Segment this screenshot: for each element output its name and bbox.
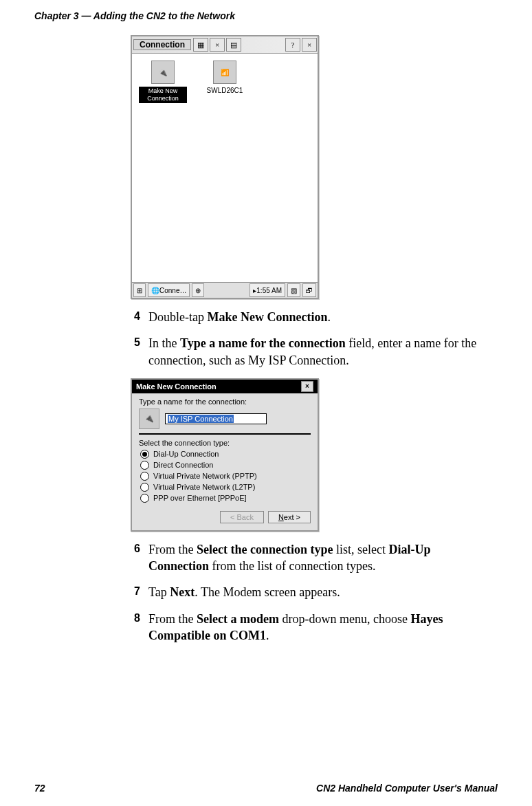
icon-label: Make New Connection (139, 87, 187, 103)
taskbar-clock[interactable]: ▸ 1:55 AM (250, 283, 285, 297)
taskbar: ⊞ 🌐 Conne… ⊕ ▸ 1:55 AM ▧ 🗗 (132, 282, 318, 298)
tray-icon[interactable]: ▧ (287, 283, 300, 297)
swld-connection-icon[interactable]: 📶 SWLD26C1 (201, 61, 249, 94)
icon-label: SWLD26C1 (201, 87, 249, 94)
radio-label: Direct Connection (153, 461, 213, 469)
radio-direct[interactable]: Direct Connection (140, 461, 311, 470)
toolbar-icon[interactable]: ▤ (226, 38, 241, 52)
step-text: Double-tap Make New Connection. (148, 309, 484, 325)
screenshot-make-new-connection: Make New Connection × Type a name for th… (131, 378, 319, 532)
step-text: From the Select a modem drop-down menu, … (148, 611, 484, 644)
connection-name-input[interactable]: My ISP Connection (165, 413, 267, 424)
dialog-body: Type a name for the connection: 🔌 My ISP… (132, 393, 318, 530)
modem-icon: 📶 (213, 61, 236, 84)
manual-title: CN2 Handheld Computer User's Manual (316, 783, 498, 794)
step-text: In the Type a name for the connection fi… (148, 335, 484, 369)
step-5: 5 In the Type a name for the connection … (131, 335, 484, 369)
step-number: 8 (131, 611, 140, 644)
window-titlebar: Connection ▦ × ▤ ? × (132, 36, 318, 54)
radio-label: Virtual Private Network (PPTP) (153, 472, 257, 480)
step-7: 7 Tap Next. The Modem screen appears. (131, 584, 484, 600)
radio-label: Dial-Up Connection (153, 450, 219, 458)
back-button: < Back (220, 511, 264, 523)
radio-icon (140, 461, 149, 470)
tray-icon[interactable]: 🗗 (302, 283, 316, 297)
name-prompt: Type a name for the connection: (139, 397, 311, 406)
step-4: 4 Double-tap Make New Connection. (131, 309, 484, 325)
page-footer: 72 CN2 Handheld Computer User's Manual (34, 783, 498, 794)
screenshot-connections: Connection ▦ × ▤ ? × 🔌 Make New Connecti… (131, 35, 319, 299)
step-6: 6 From the Select the connection type li… (131, 541, 484, 575)
connection-icon: 🔌 (139, 409, 159, 429)
close-icon[interactable]: × (301, 381, 313, 392)
radio-label: Virtual Private Network (L2TP) (153, 483, 255, 491)
step-text: Tap Next. The Modem screen appears. (148, 584, 484, 600)
step-number: 5 (131, 335, 140, 369)
make-new-connection-icon[interactable]: 🔌 Make New Connection (139, 61, 187, 103)
icon-area: 🔌 Make New Connection 📶 SWLD26C1 (132, 54, 318, 110)
connection-icon: 🔌 (151, 61, 175, 84)
next-button[interactable]: Next > (268, 511, 311, 523)
close-icon[interactable]: × (302, 38, 317, 52)
radio-dialup[interactable]: Dial-Up Connection (140, 450, 311, 459)
page-header: Chapter 3 — Adding the CN2 to the Networ… (34, 10, 498, 21)
page-number: 72 (34, 783, 45, 794)
type-prompt: Select the connection type: (139, 439, 311, 447)
step-text: From the Select the connection type list… (148, 541, 484, 575)
radio-pppoe[interactable]: PPP over Ethernet [PPPoE] (140, 494, 311, 503)
dialog-title: Make New Connection (136, 382, 217, 391)
step-number: 6 (131, 541, 140, 575)
step-number: 4 (131, 309, 140, 325)
toolbar-icon[interactable]: ▦ (193, 38, 208, 52)
start-icon[interactable]: ⊞ (133, 283, 146, 297)
radio-icon (140, 494, 149, 503)
radio-l2tp[interactable]: Virtual Private Network (L2TP) (140, 483, 311, 492)
radio-pptp[interactable]: Virtual Private Network (PPTP) (140, 472, 311, 481)
divider (139, 433, 311, 435)
connection-type-list: Dial-Up Connection Direct Connection Vir… (140, 450, 311, 503)
step-number: 7 (131, 584, 140, 600)
radio-label: PPP over Ethernet [PPPoE] (153, 494, 247, 502)
dialog-titlebar: Make New Connection × (132, 380, 318, 393)
window-title: Connection (133, 39, 191, 50)
radio-icon (140, 472, 149, 481)
taskbar-app[interactable]: 🌐 Conne… (148, 283, 190, 297)
close-icon[interactable]: × (210, 38, 225, 52)
step-8: 8 From the Select a modem drop-down menu… (131, 611, 484, 644)
radio-icon (140, 483, 149, 492)
tray-icon[interactable]: ⊕ (192, 283, 204, 297)
radio-icon (140, 450, 149, 459)
help-icon[interactable]: ? (285, 38, 300, 52)
